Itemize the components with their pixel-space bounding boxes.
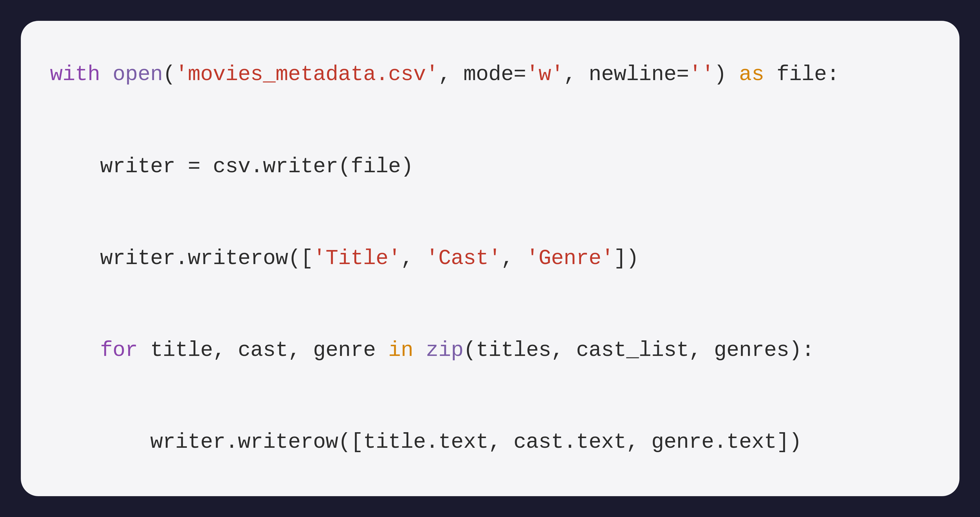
keyword-with: with (50, 62, 113, 87)
space-zip (413, 338, 426, 363)
indent-for (50, 338, 100, 363)
keyword-in: in (388, 338, 413, 363)
string-cast: 'Cast' (426, 247, 501, 270)
string-filename: 'movies_metadata.csv' (175, 62, 439, 87)
keyword-zip: zip (426, 338, 463, 363)
writerow-start: writer.writerow([ (50, 247, 313, 270)
string-genre: 'Genre' (526, 247, 614, 270)
keyword-for: for (100, 338, 138, 363)
file-colon: file: (764, 62, 839, 87)
comma-2: , (501, 247, 526, 270)
paren-open: ( (163, 62, 175, 87)
zip-args: (titles, cast_list, genres): (463, 338, 814, 363)
code-content: with open('movies_metadata.csv', mode='w… (50, 0, 840, 517)
writerow-end: ]) (614, 247, 639, 270)
for-vars: title, cast, genre (138, 338, 388, 363)
comma-1: , (401, 247, 426, 270)
code-line-1: with open('movies_metadata.csv', mode='w… (50, 59, 840, 90)
code-line-5: writer.writerow([title.text, cast.text, … (50, 427, 840, 457)
keyword-open: open (113, 62, 163, 87)
paren-close: ) (714, 62, 739, 87)
string-title: 'Title' (313, 247, 401, 270)
string-mode-w: 'w' (526, 62, 563, 87)
comma-mode: , mode= (438, 62, 526, 87)
code-line-4: for title, cast, genre in zip(titles, ca… (50, 335, 840, 366)
string-newline: '' (689, 62, 714, 87)
writer-assign: writer = csv.writer(file) (50, 154, 414, 179)
comma-newline: , newline= (564, 62, 689, 87)
keyword-as: as (739, 62, 764, 87)
code-line-3: writer.writerow(['Title', 'Cast', 'Genre… (50, 243, 840, 274)
writerow-inner: writer.writerow([title.text, cast.text, … (50, 430, 802, 454)
code-line-2: writer = csv.writer(file) (50, 151, 840, 182)
code-card: with open('movies_metadata.csv', mode='w… (21, 21, 959, 496)
